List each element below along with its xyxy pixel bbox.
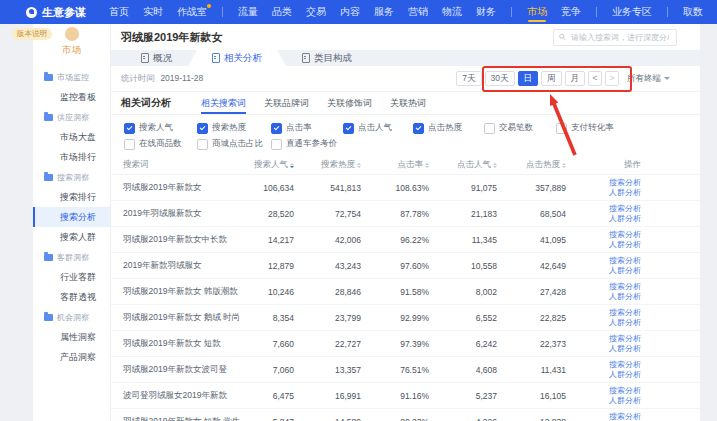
range-button-7d[interactable]: 7天 [456, 71, 481, 86]
next-period-button[interactable]: > [605, 71, 619, 86]
search-analysis-link[interactable]: 搜索分析 [609, 386, 641, 396]
sidebar-item-monitor-board[interactable]: 监控看板 [33, 87, 110, 107]
sidebar-item-product-insight[interactable]: 产品洞察 [33, 347, 110, 367]
nav-item-trade[interactable]: 交易 [306, 0, 326, 24]
search-analysis-link[interactable]: 搜索分析 [609, 256, 641, 266]
version-tag[interactable]: 版本说明 [12, 28, 52, 40]
metric-checkbox-search-heat[interactable]: 搜索热度 [197, 122, 271, 134]
tab-overview[interactable]: 概况 [125, 50, 188, 66]
value-cell: 106,634 [243, 183, 294, 193]
nav-item-service[interactable]: 服务 [374, 0, 394, 24]
column-header-click-heat[interactable]: 点击热度 [497, 159, 566, 171]
column-label: 搜索热度 [321, 159, 355, 171]
table-row: 2019年羽绒服新款女28,52072,75487.78%21,18368,50… [111, 200, 700, 226]
value-cell: 91.16% [361, 391, 429, 401]
search-input[interactable] [569, 32, 671, 43]
search-analysis-link[interactable]: 搜索分析 [609, 412, 641, 421]
sidebar-item-opportunity-insight[interactable]: 机会洞察 [33, 307, 110, 327]
sidebar-item-attribute-insight[interactable]: 属性洞察 [33, 327, 110, 347]
sidebar-item-customer-insight[interactable]: 客群洞察 [33, 247, 110, 267]
crowd-analysis-link[interactable]: 人群分析 [609, 318, 641, 328]
nav-item-marketing[interactable]: 营销 [408, 0, 428, 24]
sidebar-item-market-overview[interactable]: 市场大盘 [33, 127, 110, 147]
crowd-analysis-link[interactable]: 人群分析 [609, 396, 641, 406]
crowd-analysis-link[interactable]: 人群分析 [609, 370, 641, 380]
sidebar-item-supply-insight[interactable]: 供应洞察 [33, 107, 110, 127]
checkbox-icon [124, 139, 135, 150]
tab-category-composition[interactable]: 类目构成 [286, 50, 368, 66]
sidebar-item-customer-view[interactable]: 客群透视 [33, 287, 110, 307]
range-button-30d[interactable]: 30天 [485, 71, 515, 86]
metric-checkbox-trade-count[interactable]: 交易笔数 [484, 122, 556, 134]
nav-item-finance[interactable]: 财务 [476, 0, 496, 24]
sidebar-item-search-insight[interactable]: 搜索洞察 [33, 167, 110, 187]
crowd-analysis-link[interactable]: 人群分析 [609, 292, 641, 302]
prev-period-button[interactable]: < [588, 71, 602, 86]
crowd-analysis-link[interactable]: 人群分析 [609, 344, 641, 354]
search-analysis-link[interactable]: 搜索分析 [609, 360, 641, 370]
sidebar-item-label: 市场排行 [60, 152, 96, 162]
range-button-week[interactable]: 周 [541, 71, 562, 86]
column-header-search-popularity[interactable]: 搜索人气 [243, 159, 294, 171]
subtab-related-search-words[interactable]: 相关搜索词 [201, 92, 246, 114]
metric-checkbox-pay-conversion[interactable]: 支付转化率 [556, 122, 690, 134]
sidebar-item-market-ranking[interactable]: 市场排行 [33, 147, 110, 167]
nav-item-data-fetch[interactable]: 取数 [683, 0, 703, 24]
subtab-related-modifier-words[interactable]: 关联修饰词 [327, 92, 372, 114]
value-cell: 11,431 [497, 365, 566, 375]
brand[interactable]: 生意参谋 [26, 5, 86, 20]
nav-item-war-room[interactable]: 作战室 [177, 0, 207, 24]
checkbox-icon [343, 123, 354, 134]
subtab-related-hot-words[interactable]: 关联热词 [390, 92, 426, 114]
search-analysis-link[interactable]: 搜索分析 [609, 282, 641, 292]
value-cell: 22,373 [497, 339, 566, 349]
crowd-analysis-link[interactable]: 人群分析 [609, 214, 641, 224]
metric-checkbox-mall-click-ratio[interactable]: 商城点击占比 [197, 138, 271, 150]
nav-item-business-zone[interactable]: 业务专区 [612, 0, 652, 24]
column-label: 点击率 [398, 159, 424, 171]
checkbox-icon [413, 123, 424, 134]
sidebar-item-search-ranking[interactable]: 搜索排行 [33, 187, 110, 207]
crowd-analysis-link[interactable]: 人群分析 [609, 240, 641, 250]
nav-item-market[interactable]: 市场 [527, 0, 547, 24]
value-cell: 6,242 [429, 339, 497, 349]
column-header-click-popularity[interactable]: 点击人气 [429, 159, 497, 171]
metric-checkbox-click-heat[interactable]: 点击热度 [413, 122, 484, 134]
subtab-related-brand-words[interactable]: 关联品牌词 [264, 92, 309, 114]
tab-related-analysis[interactable]: 相关分析 [188, 50, 286, 66]
row-actions: 搜索分析人群分析 [566, 282, 641, 301]
search-analysis-link[interactable]: 搜索分析 [609, 334, 641, 344]
range-button-day[interactable]: 日 [518, 71, 539, 86]
crowd-analysis-link[interactable]: 人群分析 [609, 266, 641, 276]
nav-item-category[interactable]: 品类 [272, 0, 292, 24]
section-title: 相关词分析 [121, 96, 171, 110]
nav-item-home[interactable]: 首页 [109, 0, 129, 24]
terminal-filter-dropdown[interactable]: 所有终端 [627, 73, 670, 85]
nav-item-traffic[interactable]: 流量 [238, 0, 258, 24]
nav-item-logistics[interactable]: 物流 [442, 0, 462, 24]
value-cell: 80.23% [361, 417, 429, 421]
metric-checkbox-search-popularity[interactable]: 搜索人气 [124, 122, 197, 134]
search-analysis-link[interactable]: 搜索分析 [609, 178, 641, 188]
sidebar-item-search-analysis[interactable]: 搜索分析 [33, 207, 110, 227]
sidebar-item-industry-customer[interactable]: 行业客群 [33, 267, 110, 287]
metric-checkbox-click-popularity[interactable]: 点击人气 [343, 122, 413, 134]
metric-checkbox-click-rate[interactable]: 点击率 [271, 122, 343, 134]
nav-item-content[interactable]: 内容 [340, 0, 360, 24]
crowd-analysis-link[interactable]: 人群分析 [609, 188, 641, 198]
metric-label: 交易笔数 [499, 122, 533, 134]
search-analysis-link[interactable]: 搜索分析 [609, 204, 641, 214]
value-cell: 541,813 [294, 183, 361, 193]
range-button-month[interactable]: 月 [565, 71, 586, 86]
metric-checkbox-online-items[interactable]: 在线商品数 [124, 138, 197, 150]
sidebar-item-market-monitor[interactable]: 市场监控 [33, 67, 110, 87]
sidebar-item-search-crowd[interactable]: 搜索人群 [33, 227, 110, 247]
search-analysis-link[interactable]: 搜索分析 [609, 308, 641, 318]
column-header-search-heat[interactable]: 搜索热度 [294, 159, 361, 171]
nav-item-compete[interactable]: 竞争 [561, 0, 581, 24]
search-analysis-link[interactable]: 搜索分析 [609, 230, 641, 240]
nav-item-realtime[interactable]: 实时 [143, 0, 163, 24]
notification-dot [207, 4, 211, 8]
metric-checkbox-ztc-ref-price[interactable]: 直通车参考价 [271, 138, 343, 150]
column-header-click-rate[interactable]: 点击率 [361, 159, 429, 171]
